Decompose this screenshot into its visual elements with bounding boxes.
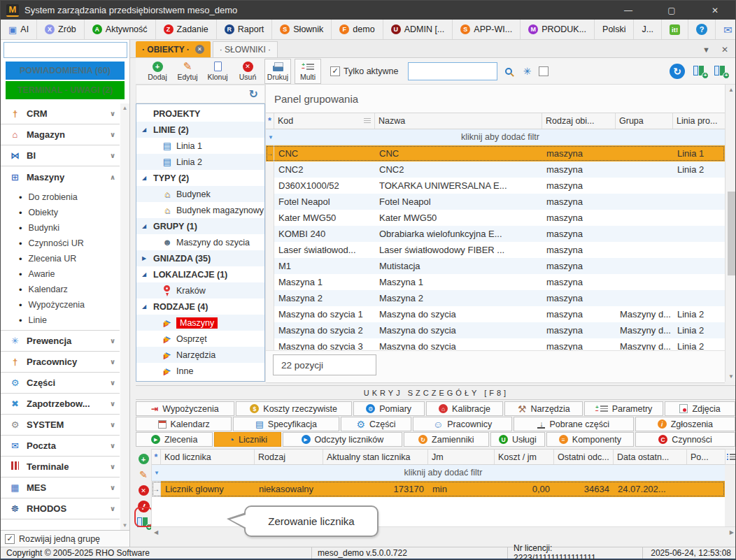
sidebar-item-obiekty[interactable]: •Obiekty [1,205,120,220]
tab-specyfikacja[interactable]: ▤Specyfikacja [233,417,339,431]
expander-collapsed-icon[interactable]: ▶ [142,255,150,261]
column-header-ostatni[interactable]: Ostatni odc... [554,450,614,464]
tree-node-lokalizacje[interactable]: ◢LOKALIZACJE (1) [136,266,264,282]
table-row[interactable]: M1Mutistacjamaszyna [266,258,725,274]
counter-row[interactable]: → Licznik glowny niekasowalny 173170 min… [152,481,725,497]
tab-czesci[interactable]: ⚙Części [341,417,412,431]
tab-list-dropdown-icon[interactable]: ▼ [702,45,710,54]
tab-slowniki[interactable]: · SŁOWNIKI · [213,41,278,57]
add-column-view-button[interactable]: + [693,66,706,77]
tab-uslugi[interactable]: UUsługi [490,432,545,447]
sidebar-group-prewencja[interactable]: ✳Prewencja∨ [1,331,120,352]
delete-button[interactable]: ✕Usuń [234,59,261,84]
column-header-kod[interactable]: Kod [274,113,375,129]
table-row[interactable]: Fotel NeapolFotel Neapolmaszyna [266,194,725,210]
expand-one-group-row[interactable]: ✓ Rozwijaj jedną grupę [1,530,129,547]
expander-expanded-icon[interactable]: ◢ [142,223,150,229]
topbar-item-ai[interactable]: ▣AI [1,20,37,39]
tab-close-all-icon[interactable]: ✕ [721,45,728,55]
sidebar-item-linie[interactable]: •Linie [1,313,120,328]
sidebar-scrollbar[interactable]: ▲▼ [120,103,129,530]
column-header-po[interactable]: Po... [687,450,725,464]
group-by-panel[interactable]: Panel grupowania [266,85,725,113]
table-row[interactable]: Kater MWG50Kater MWG50maszyna [266,210,725,226]
table-row[interactable]: Maszyna do szycia 2Maszyna do szyciamasz… [266,322,725,338]
topbar-item-zrob[interactable]: XZrób [37,20,85,39]
table-row[interactable]: KOMBI 240Obrabiarka wielofunkcyjna E...m… [266,226,725,242]
table-row[interactable]: Maszyna 2Maszyna 2maszyna [266,290,725,306]
sidebar-group-system[interactable]: ⚙SYSTEM∨ [1,415,120,436]
tree-node-narzedzia[interactable]: ►Narzędzia [136,347,264,363]
sidebar-group-zapotrzebowania[interactable]: ✖Zapotrzebow...∨ [1,394,120,415]
topbar-item-j[interactable]: J... [634,20,662,39]
scroll-left-icon[interactable]: ◀ [154,529,158,536]
table-row[interactable]: Maszyna 1Maszyna 1maszyna [266,274,725,290]
search-button[interactable] [501,63,516,80]
tab-parametry[interactable]: +−Parametry [584,401,663,416]
sidebar-group-magazyn[interactable]: ⌂Magazyn∨ [1,124,120,145]
add-counter-button[interactable]: + [139,454,149,464]
tree-node-linie[interactable]: ◢LINIE (2) [136,122,264,138]
table-row[interactable]: CNC2CNC2maszynaLinia 2 [266,161,725,178]
column-header-kod-licznika[interactable]: Kod licznika [161,450,255,464]
tab-koszty-rzeczywiste[interactable]: $Koszty rzeczywiste [236,401,352,416]
sidebar-item-do-zrobienia[interactable]: •Do zrobienia [1,189,120,205]
search-settings-button[interactable]: ✳ [520,63,535,80]
checkbox-checked-icon[interactable]: ✓ [5,534,15,544]
sidebar-item-zlecenia-ur[interactable]: •Zlecenia UR [1,251,120,266]
expander-expanded-icon[interactable]: ◢ [142,303,150,310]
scroll-thumb[interactable] [728,192,735,275]
tab-liczniki[interactable]: ◔Liczniki [214,432,281,447]
tree-node-inne[interactable]: ►Inne [136,363,264,379]
tab-zamienniki[interactable]: ↻Zamienniki [404,432,489,447]
grid-filter-row[interactable]: ▼kliknij aby dodać filtr [266,129,725,145]
sidebar-group-maszyny[interactable]: ⊞Maszyny∧ [1,166,120,187]
tab-kalibracje[interactable]: ⌂Kalibracje [426,401,504,416]
tree-node-linia-2[interactable]: ▤Linia 2 [136,154,264,170]
expander-expanded-icon[interactable]: ◢ [142,271,150,278]
hide-details-splitter[interactable]: UKRYJ SZCZEGÓŁY [F8] [136,385,736,400]
tree-node-maszyny-do-szycia[interactable]: ☻Maszyny do szycia [136,234,264,250]
minimize-button[interactable]: — [621,6,636,15]
sidebar-group-terminale[interactable]: Terminale∨ [1,457,120,478]
topbar-item-demo[interactable]: Fdemo [332,20,383,39]
sidebar-group-czesci[interactable]: ⚙Części∨ [1,373,120,394]
grid-corner[interactable]: * [152,450,161,464]
topbar-item-raport[interactable]: RRaport [217,20,273,39]
column-header-jm[interactable]: Jm [428,450,495,464]
tree-refresh-icon[interactable]: ↻ [249,87,258,101]
column-header-koszt[interactable]: Koszt / jm [495,450,554,464]
edit-counter-button[interactable]: ✎ [139,469,148,480]
tree-node-krakow[interactable]: Kraków [136,282,264,299]
delete-counter-button[interactable]: ✕ [139,485,149,496]
topbar-item-produkcja[interactable]: MPRODUK... [521,20,595,39]
tree-node-budynek[interactable]: ⌂Budynek [136,186,264,202]
maximize-button[interactable]: ▢ [664,6,679,15]
terminal-notes-button[interactable]: TERMINAL - UWAGI (2) [6,81,125,99]
topbar-item-help[interactable]: ? [688,20,716,39]
search-option-checkbox[interactable] [539,66,549,76]
column-header-nazwa[interactable]: Nazwa [375,113,542,129]
scroll-up-icon[interactable]: ▲ [122,105,128,111]
column-header-grupa[interactable]: Grupa [616,113,673,129]
scroll-down-icon[interactable]: ▼ [728,373,734,380]
notifications-button[interactable]: POWIADOMIENIA (60) [6,62,125,80]
topbar-item-send[interactable]: ✉ [716,20,736,39]
tab-obiekty[interactable]: · OBIEKTY ·✕ [136,41,211,57]
tab-pracownicy[interactable]: ☺Pracownicy [413,417,511,431]
tree-node-osprzet[interactable]: ►Osprzęt [136,331,264,347]
topbar-item-it[interactable]: it! [662,20,688,39]
sidebar-group-rhodos[interactable]: ☸RHODOS∨ [1,498,120,519]
tab-komponenty[interactable]: ≡Komponenty [546,432,634,447]
topbar-item-admin[interactable]: UADMIN [... [383,20,453,39]
sidebar-group-poczta[interactable]: ✉Poczta∨ [1,436,120,457]
tab-pobrane-czesci[interactable]: ↓Pobrane części [514,417,634,431]
column-header-rodzaj[interactable]: Rodzaj [255,450,323,464]
multi-button[interactable]: +−Multi [295,59,321,84]
tab-wypozyczenia[interactable]: ⇥Wypożyczenia [136,401,234,416]
sidebar-group-crm[interactable]: †CRM∨ [1,103,120,124]
sidebar-item-wypozyczenia[interactable]: •Wypożyczenia [1,297,120,313]
table-row[interactable]: Maszyna do szycia 3Maszyna do szyciamasz… [266,338,725,350]
table-row[interactable]: D360X1000/52TOKARKA UNIWERSALNA E...masz… [266,178,725,194]
sidebar-group-mes[interactable]: ▦MES∨ [1,478,120,498]
